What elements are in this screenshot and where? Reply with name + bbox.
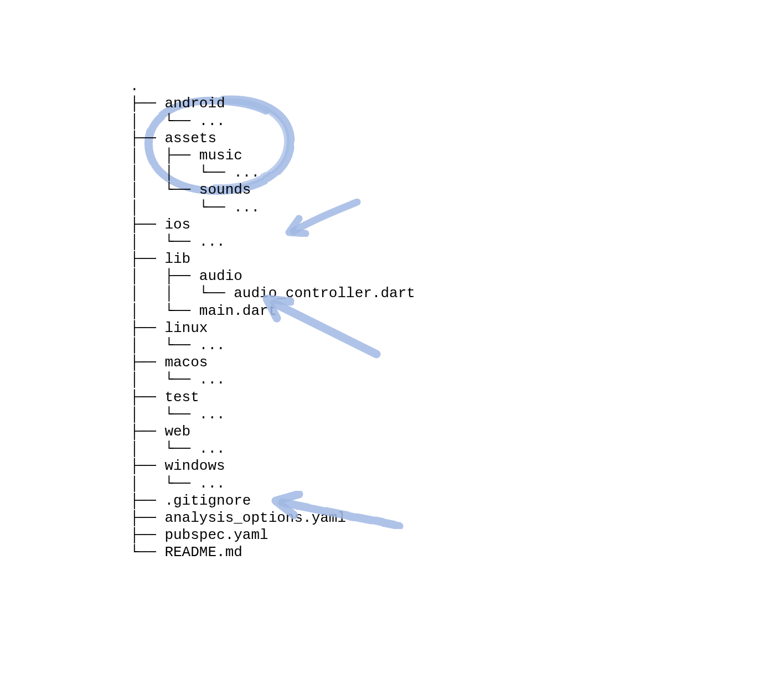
tree-line: ├── ios <box>130 216 415 234</box>
tree-line: ├── pubspec.yaml <box>130 527 415 544</box>
tree-line: ├── macos <box>130 354 415 371</box>
tree-line: │ └── ... <box>130 234 415 251</box>
tree-line: │ └── ... <box>130 371 415 388</box>
tree-line: ├── lib <box>130 251 415 268</box>
tree-line: ├── .gitignore <box>130 492 415 510</box>
tree-line: │ ├── audio <box>130 268 415 285</box>
tree-line: └── README.md <box>130 544 415 561</box>
tree-line: ├── assets <box>130 130 415 147</box>
tree-line: ├── windows <box>130 458 415 475</box>
tree-line: │ └── ... <box>130 113 415 130</box>
tree-line: │ │ └── ... <box>130 164 415 182</box>
tree-line: ├── android <box>130 95 415 112</box>
tree-line: │ ├── music <box>130 147 415 164</box>
tree-line: ├── test <box>130 389 415 406</box>
tree-line: ├── analysis_options.yaml <box>130 510 415 527</box>
tree-line: . <box>130 78 415 95</box>
tree-line: │ └── ... <box>130 440 415 458</box>
tree-line: ├── linux <box>130 320 415 337</box>
tree-line: │ └── ... <box>130 475 415 492</box>
file-tree: .├── android│ └── ...├── assets│ ├── mus… <box>130 61 415 561</box>
tree-line: │ └── sounds <box>130 182 415 199</box>
tree-line: │ └── ... <box>130 199 415 216</box>
tree-line: │ │ └── audio_controller.dart <box>130 285 415 302</box>
tree-line: │ └── ... <box>130 337 415 354</box>
tree-line: │ └── ... <box>130 406 415 423</box>
tree-line: ├── web <box>130 423 415 440</box>
tree-line: │ └── main.dart <box>130 303 415 320</box>
